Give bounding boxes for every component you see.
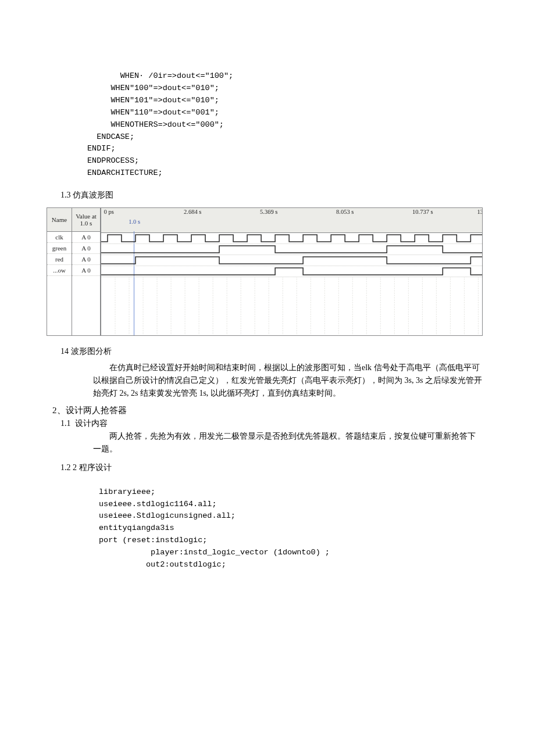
- section-heading-1-3: 1.3 仿真波形图: [52, 190, 483, 200]
- time-axis: 0 ps 2.684 s 5.369 s 8.053 s 10.737 s 13…: [101, 209, 482, 217]
- code-line: ENDARCHITECTURE;: [87, 169, 163, 177]
- wave-clk: [101, 233, 482, 244]
- code-line: entityqiangda3is: [99, 524, 174, 532]
- time-tick: 10.737 s: [412, 209, 433, 215]
- wave-red: [101, 255, 482, 266]
- code-line: useieee.stdlogic1164.all;: [99, 500, 217, 508]
- code-line: libraryieee;: [99, 488, 155, 496]
- code-line: WHENOTHERS=>dout<="000";: [87, 120, 224, 129]
- signal-name: ...ow: [47, 265, 72, 276]
- code-line: WHEN· /0ir=>dout<="100";: [87, 71, 233, 80]
- code-block-1: WHEN· /0ir=>dout<="100"; WHEN"100"=>dout…: [87, 58, 483, 180]
- waveform-signal-panel: Name clk green red ...ow Value at 1.0 s …: [47, 208, 101, 335]
- cursor-label: 1.0 s: [129, 218, 140, 225]
- section-heading-1-4: 14 波形图分析: [52, 346, 483, 357]
- signal-value: A 0: [72, 232, 100, 243]
- section-heading-2: 2、设计两人抢答器: [52, 405, 483, 416]
- code-line: useieee.Stdlogicunsigned.all;: [99, 511, 236, 520]
- waveform-figure: Name clk green red ...ow Value at 1.0 s …: [47, 207, 483, 336]
- time-tick: 2.684 s: [184, 209, 201, 215]
- signal-value: A 0: [72, 254, 100, 265]
- wave-empty-area: [101, 277, 482, 335]
- col-header-value: Value at 1.0 s: [72, 208, 100, 232]
- waveform-plot-area: 0 ps 2.684 s 5.369 s 8.053 s 10.737 s 13…: [101, 208, 482, 335]
- section-heading-1-1: 1.1 设计内容: [52, 418, 483, 429]
- code-line: out2:outstdlogic;: [99, 560, 226, 569]
- code-line: WHEN"110"=>dout<="001";: [87, 108, 219, 117]
- code-line: player:instd_logic_vector (1downto0) ;: [99, 548, 330, 557]
- signal-value: A 0: [72, 265, 100, 276]
- design-content-paragraph: 两人抢答，先抢为有效，用发光二极管显示是否抢到优先答题权。答题结束后，按复位键可…: [93, 430, 483, 455]
- wave-yellow: [101, 266, 482, 277]
- signal-value: A 0: [72, 243, 100, 254]
- analysis-paragraph: 在仿真时已经设置好开始时间和结束时间，根据以上的波形图可知，当elk 信号处于高…: [93, 361, 483, 399]
- waveform-viewer: Name clk green red ...ow Value at 1.0 s …: [47, 207, 483, 336]
- time-tick: 8.053 s: [336, 209, 354, 215]
- time-tick: 0 ps: [104, 209, 114, 215]
- signal-name: clk: [47, 232, 72, 243]
- col-header-name: Name: [47, 208, 72, 232]
- time-tick: 5.369 s: [260, 209, 277, 215]
- document-page: WHEN· /0ir=>dout<="100"; WHEN"100"=>dout…: [0, 0, 535, 618]
- code-line: ENDPROCESS;: [87, 156, 139, 165]
- signal-name: red: [47, 254, 72, 265]
- signal-name: green: [47, 243, 72, 254]
- code-block-2: libraryieee; useieee.stdlogic1164.all; u…: [99, 474, 483, 571]
- code-line: ENDCASE;: [87, 132, 134, 141]
- section-heading-1-2: 1.2 2 程序设计: [52, 463, 483, 473]
- code-line: ENDIF;: [87, 144, 116, 153]
- code-line: WHEN"101"=>dout<="010";: [87, 96, 219, 105]
- code-line: WHEN"100"=>dout<="010";: [87, 84, 219, 92]
- code-line: port (reset:instdlogic;: [99, 536, 207, 544]
- time-tick: 13.42: [477, 209, 482, 215]
- wave-green: [101, 244, 482, 255]
